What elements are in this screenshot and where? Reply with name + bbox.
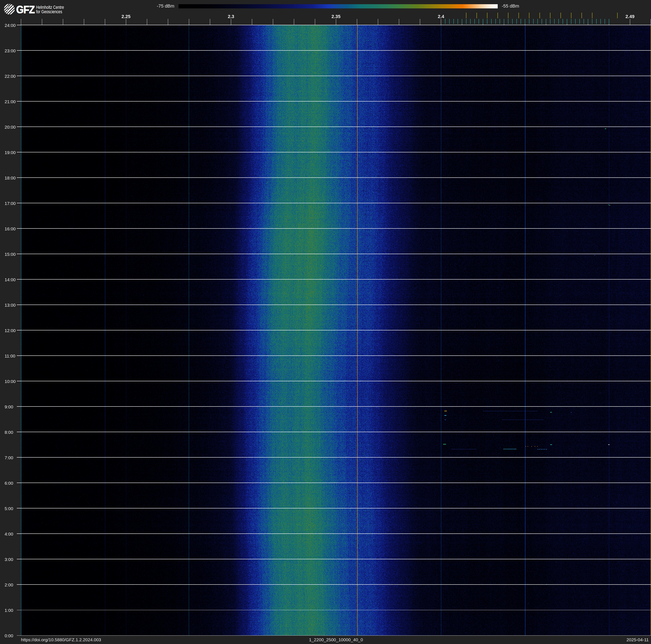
svg-text:GFZ: GFZ bbox=[16, 4, 35, 15]
